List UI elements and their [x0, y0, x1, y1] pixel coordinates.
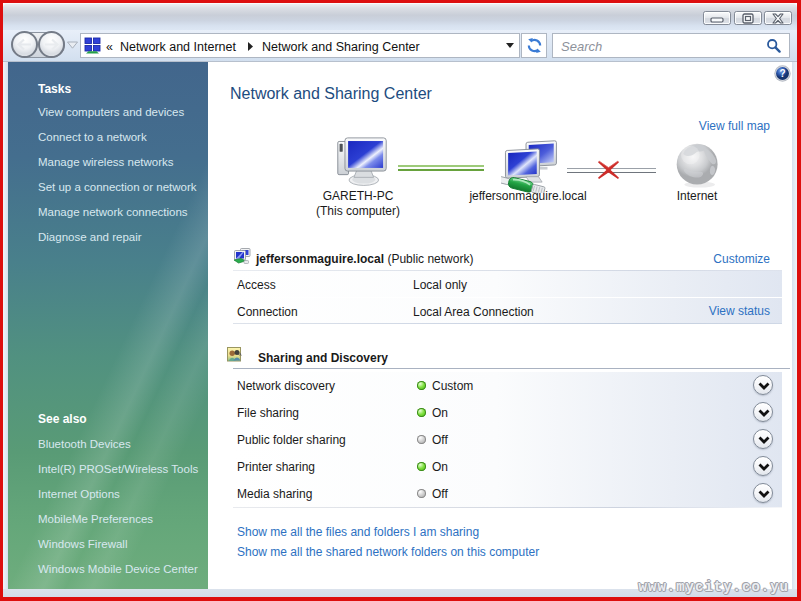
svg-text:?: ? [779, 68, 785, 79]
